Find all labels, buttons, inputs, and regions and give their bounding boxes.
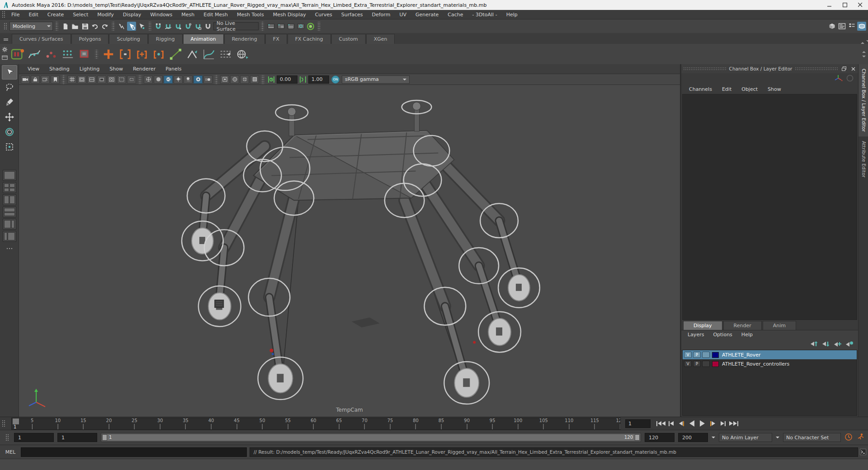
- current-frame-field[interactable]: 1: [625, 419, 651, 428]
- layer-editor-menu-item[interactable]: Options: [708, 331, 736, 338]
- rangerow-drag-handle[interactable]: [5, 434, 9, 441]
- sidebar-tab-attribute-editor[interactable]: Attribute Editor: [859, 136, 868, 182]
- channel-box-menu-item[interactable]: Object: [736, 85, 763, 94]
- gate-mask-icon[interactable]: [97, 75, 106, 84]
- play-backwards-button[interactable]: [687, 419, 697, 428]
- smooth-shade-icon[interactable]: [154, 75, 163, 84]
- create-clip-icon[interactable]: [60, 47, 75, 62]
- menu-item[interactable]: Edit Mesh: [199, 10, 232, 19]
- menubar-drag-handle[interactable]: [2, 11, 5, 18]
- go-to-start-button[interactable]: [656, 419, 665, 428]
- layer-editor-tab[interactable]: Render: [723, 321, 762, 330]
- timeline-tick[interactable]: 80: [413, 418, 419, 429]
- statusline-separator[interactable]: [112, 22, 115, 31]
- script-editor-icon[interactable]: [860, 449, 866, 455]
- camera-attributes-icon[interactable]: [41, 75, 50, 84]
- menu-item[interactable]: - 3DtoAll -: [468, 10, 502, 19]
- view-transform-select[interactable]: sRGB gamma: [342, 75, 410, 84]
- chevron-down-icon[interactable]: [712, 437, 715, 440]
- sidebar-tab-channel-box[interactable]: Channel Box / Layer Editor: [859, 64, 868, 136]
- gamma-field[interactable]: 1.00: [308, 75, 329, 84]
- animation-end-field[interactable]: 200: [678, 433, 708, 442]
- range-slider-bar[interactable]: [102, 434, 640, 441]
- viewport-menu-item[interactable]: Panels: [160, 65, 186, 73]
- popout-icon[interactable]: [841, 66, 847, 72]
- set-key-rotate-icon[interactable]: [134, 47, 150, 62]
- scale-tool-icon[interactable]: [2, 140, 17, 154]
- bookmarks-icon[interactable]: [51, 75, 60, 84]
- layout-two-pane-stacked-icon[interactable]: [3, 207, 16, 217]
- range-end-handle[interactable]: [635, 434, 640, 441]
- shelf-menu-icon[interactable]: [0, 38, 12, 44]
- timeline-tick[interactable]: 10: [55, 418, 61, 429]
- timeline-playhead[interactable]: [13, 418, 19, 424]
- timeline-tick[interactable]: 5: [31, 418, 33, 429]
- auto-keyframe-icon[interactable]: [856, 433, 864, 442]
- timeline-tick[interactable]: 25: [132, 418, 137, 429]
- timeline-tick[interactable]: 60: [311, 418, 316, 429]
- timeline-tick[interactable]: 115: [590, 418, 599, 429]
- layer-color-chip[interactable]: [712, 352, 719, 358]
- render-view-icon[interactable]: [306, 22, 315, 31]
- show-attribute-editor-icon[interactable]: [837, 22, 846, 31]
- channel-box-menu-item[interactable]: Show: [763, 85, 786, 94]
- menu-item[interactable]: Mesh: [177, 10, 199, 19]
- select-component-icon[interactable]: [137, 22, 146, 31]
- layer-name[interactable]: ATHLETE_Rover_controllers: [722, 361, 789, 367]
- step-forward-frame-button[interactable]: [718, 419, 728, 428]
- timeline-tick[interactable]: 75: [387, 418, 393, 429]
- statusline-separator[interactable]: [261, 22, 264, 31]
- menu-item[interactable]: File: [7, 10, 24, 19]
- show-channel-box-icon[interactable]: [857, 22, 866, 31]
- set-driven-key-icon[interactable]: [168, 47, 183, 62]
- timeline-tick[interactable]: 90: [464, 418, 470, 429]
- range-slider[interactable]: 1 120: [101, 433, 641, 442]
- timeline-tick[interactable]: 100: [514, 418, 522, 429]
- ghosting-icon[interactable]: [43, 47, 59, 62]
- layer-editor-tab[interactable]: Anim: [763, 321, 796, 330]
- shelf-tab[interactable]: XGen: [366, 34, 395, 44]
- isolate-select-icon[interactable]: [220, 75, 229, 84]
- timeline-drag-handle[interactable]: [2, 420, 5, 427]
- viewport-menu-item[interactable]: Renderer: [128, 65, 160, 73]
- screen-space-ao-icon[interactable]: [193, 75, 203, 84]
- panel-grip[interactable]: [795, 67, 838, 70]
- go-to-end-button[interactable]: [729, 419, 738, 428]
- command-input[interactable]: [21, 447, 247, 457]
- menu-item[interactable]: Cache: [443, 10, 467, 19]
- viewport-menu-item[interactable]: Show: [104, 65, 128, 73]
- scroll-up-icon[interactable]: [861, 40, 864, 44]
- layer-row[interactable]: V P ATHLETE_Rover_controllers: [683, 359, 857, 368]
- gamma-icon[interactable]: [298, 75, 307, 84]
- save-scene-icon[interactable]: [80, 22, 90, 31]
- menu-item[interactable]: Modify: [93, 10, 118, 19]
- timeline-tick[interactable]: 70: [362, 418, 368, 429]
- timeline-tick[interactable]: 45: [234, 418, 240, 429]
- layer-playback-toggle[interactable]: P: [693, 361, 701, 367]
- select-hierarchy-icon[interactable]: [117, 22, 126, 31]
- render-settings-icon[interactable]: [286, 22, 295, 31]
- timeline-tick[interactable]: 50: [259, 418, 265, 429]
- shelf-tab[interactable]: Sculpting: [109, 34, 147, 44]
- timeline-tick[interactable]: 95: [490, 418, 495, 429]
- resolution-gate-icon[interactable]: [87, 75, 96, 84]
- show-modeling-toolkit-icon[interactable]: [827, 22, 836, 31]
- scroll-down-icon[interactable]: [866, 40, 868, 44]
- animation-preferences-icon[interactable]: [844, 433, 853, 442]
- timeline-tick[interactable]: 85: [439, 418, 444, 429]
- shelf-tab[interactable]: Polygons: [71, 34, 109, 44]
- menu-item[interactable]: Generate: [411, 10, 443, 19]
- create-layer-from-selected-icon[interactable]: [845, 341, 854, 348]
- timeline-ruler[interactable]: 5101520253035404550556065707580859095100…: [11, 418, 621, 430]
- show-tool-settings-icon[interactable]: [847, 22, 856, 31]
- step-back-frame-button[interactable]: [666, 419, 676, 428]
- timeline-tick[interactable]: 55: [285, 418, 291, 429]
- character-set-select[interactable]: No Character Set: [783, 433, 841, 442]
- timeline-tick[interactable]: 65: [336, 418, 342, 429]
- layer-editor-menu-item[interactable]: Layers: [683, 331, 708, 338]
- manipulator-icon[interactable]: [834, 74, 843, 84]
- layer-display-type-toggle[interactable]: [702, 352, 710, 358]
- statusline-separator[interactable]: [317, 22, 321, 31]
- layout-hypershade-persp-icon[interactable]: [3, 231, 16, 242]
- animation-start-field[interactable]: 1: [14, 433, 54, 442]
